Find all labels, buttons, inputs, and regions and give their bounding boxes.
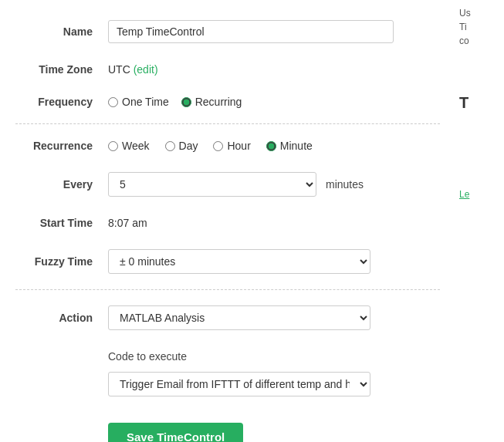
recurrence-day-option[interactable]: Day [165, 140, 198, 152]
start-time-label: Start Time [15, 217, 108, 229]
side-desc-3: co [459, 35, 469, 46]
start-time-value: 8:07 am [108, 217, 147, 229]
fuzzy-time-row: Fuzzy Time ± 0 minutes ± 5 minutes ± 10 … [15, 245, 440, 278]
side-panel: Us Ti co T Le [454, 0, 504, 442]
recurrence-hour-label: Hour [227, 140, 250, 152]
recurrence-options: Week Day Hour Minute [108, 140, 440, 152]
timezone-value: UTC [108, 63, 130, 76]
fuzzy-time-select[interactable]: ± 0 minutes ± 5 minutes ± 10 minutes [108, 249, 370, 274]
frequency-row: Frequency One Time Recurring [15, 91, 440, 113]
timezone-value-container: UTC (edit) [108, 63, 440, 76]
action-select[interactable]: MATLAB Analysis Python Script R Script [108, 305, 370, 330]
recurrence-hour-radio[interactable] [213, 141, 223, 151]
action-label: Action [15, 312, 108, 324]
fuzzy-time-label: Fuzzy Time [15, 255, 108, 268]
code-execute-container: Code to execute Trigger Email from IFTTT… [108, 350, 440, 396]
recurrence-week-radio[interactable] [108, 141, 118, 151]
code-execute-select[interactable]: Trigger Email from IFTTT of different te… [108, 372, 370, 396]
frequency-recurring-label: Recurring [195, 96, 242, 108]
recurrence-minute-option[interactable]: Minute [266, 140, 313, 152]
recurrence-minute-label: Minute [280, 140, 313, 152]
frequency-options: One Time Recurring [108, 96, 440, 108]
name-value-container [108, 20, 440, 43]
every-label: Every [15, 178, 108, 191]
start-time-row: Start Time 8:07 am [15, 212, 440, 234]
recurrence-minute-radio[interactable] [266, 141, 276, 151]
recurrence-day-radio[interactable] [165, 141, 175, 151]
code-execute-row: Code to execute Trigger Email from IFTTT… [15, 346, 440, 401]
every-unit-label: minutes [326, 178, 364, 191]
frequency-onetime-radio[interactable] [108, 97, 118, 107]
frequency-recurring-radio[interactable] [181, 97, 191, 107]
timezone-edit-link[interactable]: (edit) [134, 63, 158, 76]
action-section: Action MATLAB Analysis Python Script R S… [15, 289, 440, 401]
recurrence-week-option[interactable]: Week [108, 140, 150, 152]
side-desc-2: Ti [459, 22, 467, 32]
name-input[interactable] [108, 20, 394, 43]
side-desc-1: Us [459, 8, 471, 19]
recurrence-day-label: Day [179, 140, 198, 152]
timezone-row: Time Zone UTC (edit) [15, 59, 440, 80]
name-label: Name [15, 25, 108, 38]
recurrence-week-label: Week [122, 140, 150, 152]
action-value-container: MATLAB Analysis Python Script R Script [108, 305, 440, 330]
recurrence-hour-option[interactable]: Hour [213, 140, 250, 152]
recurrence-row: Recurrence Week Day Hour Minute [15, 135, 440, 157]
code-execute-label: Code to execute [108, 350, 440, 363]
divider-1 [15, 123, 440, 124]
fuzzy-time-value-container: ± 0 minutes ± 5 minutes ± 10 minutes [108, 249, 440, 274]
every-select[interactable]: 5 10 15 30 [108, 172, 316, 197]
timezone-label: Time Zone [15, 63, 108, 76]
every-row: Every 5 10 15 30 minutes [15, 167, 440, 201]
frequency-onetime-label: One Time [122, 96, 169, 108]
side-link[interactable]: Le [459, 189, 499, 200]
every-controls: 5 10 15 30 minutes [108, 172, 440, 197]
name-row: Name [15, 15, 440, 48]
main-form: Name Time Zone UTC (edit) Frequency One … [0, 0, 455, 442]
frequency-recurring-option[interactable]: Recurring [181, 96, 242, 108]
frequency-onetime-option[interactable]: One Time [108, 96, 169, 108]
side-main-title: T [459, 94, 499, 112]
save-button[interactable]: Save TimeControl [108, 423, 243, 442]
start-time-value-container: 8:07 am [108, 217, 440, 229]
frequency-label: Frequency [15, 96, 108, 108]
action-row: Action MATLAB Analysis Python Script R S… [15, 301, 440, 335]
recurrence-label: Recurrence [15, 140, 108, 152]
